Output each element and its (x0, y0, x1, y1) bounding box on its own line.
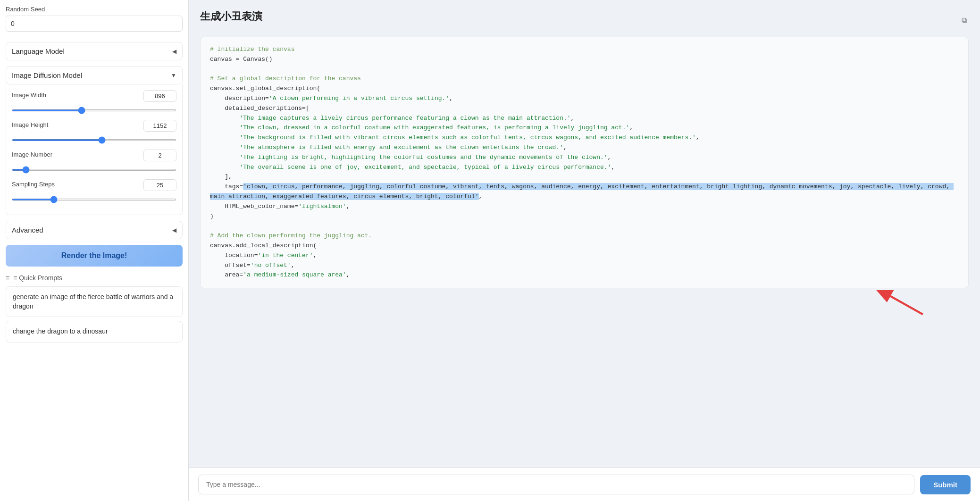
chat-area: 生成小丑表演 ⧉ ⧉ # Initialize the canvas canva… (189, 0, 980, 468)
image-width-wrapper: Image Width (12, 90, 176, 113)
submit-button[interactable]: Submit (920, 475, 971, 494)
code-detailed: detailed_descriptions=[ (210, 105, 310, 112)
code-d4: 'The atmosphere is filled with energy an… (210, 144, 567, 151)
advanced-arrow-icon: ◀ (172, 227, 176, 234)
image-diffusion-label: Image Diffusion Model (12, 71, 82, 79)
image-height-label: Image Height (12, 121, 48, 128)
sampling-steps-label: Sampling Steps (12, 181, 55, 188)
code-tags: tags='clown, circus, performance, juggli… (210, 183, 954, 200)
image-width-label: Image Width (12, 92, 46, 99)
image-width-slider[interactable] (12, 109, 176, 111)
random-seed-section: Random Seed (6, 6, 183, 36)
code-d2: 'The clown, dressed in a colorful costum… (210, 124, 633, 131)
message-input[interactable] (198, 475, 914, 494)
sampling-steps-value[interactable] (143, 179, 176, 191)
quick-prompts-header: ≡ ≡ Quick Prompts (6, 274, 183, 282)
advanced-section: Advanced ◀ (6, 221, 183, 239)
advanced-label: Advanced (12, 226, 43, 234)
image-diffusion-section: Image Diffusion Model ▼ Image Width Imag… (6, 66, 183, 215)
advanced-header[interactable]: Advanced ◀ (6, 221, 183, 239)
code-line-2: canvas.set_global_description( (210, 85, 320, 92)
code-desc: description='A clown performing in a vib… (210, 95, 453, 102)
code-comment-2: # Set a global description for the canva… (210, 75, 361, 82)
image-diffusion-arrow-icon: ▼ (171, 72, 176, 79)
input-area: Submit (189, 468, 980, 501)
sampling-steps-wrapper: Sampling Steps (12, 179, 176, 202)
quick-prompts-icon: ≡ (6, 274, 9, 282)
code-d6: 'The overall scene is one of joy, excite… (210, 164, 615, 171)
language-model-header[interactable]: Language Model ◀ (6, 42, 183, 60)
arrow-annotation (200, 288, 969, 320)
image-number-wrapper: Image Number (12, 150, 176, 173)
svg-line-1 (890, 296, 923, 315)
sidebar: Random Seed Language Model ◀ Image Diffu… (0, 0, 189, 501)
image-height-slider[interactable] (12, 139, 176, 141)
code-comment-1: # Initialize the canvas (210, 46, 294, 53)
code-offset: offset='no offset', (210, 262, 294, 269)
quick-prompt-1[interactable]: generate an image of the fierce battle o… (6, 286, 183, 317)
code-close: ) (210, 213, 214, 220)
language-model-label: Language Model (12, 47, 65, 55)
code-block-1: # Initialize the canvas canvas = Canvas(… (200, 37, 969, 288)
code-d1: 'The image captures a lively circus perf… (210, 115, 574, 122)
code-line-1: canvas = Canvas() (210, 56, 273, 63)
render-button[interactable]: Render the Image! (6, 245, 183, 267)
image-height-value[interactable] (143, 120, 176, 132)
copy-button-1[interactable]: ⧉ (960, 14, 969, 26)
code-d3: 'The background is filled with vibrant c… (210, 134, 700, 141)
image-diffusion-header[interactable]: Image Diffusion Model ▼ (6, 66, 183, 84)
random-seed-input[interactable] (6, 16, 183, 32)
chat-section-1: 生成小丑表演 ⧉ ⧉ # Initialize the canvas canva… (200, 9, 969, 320)
image-number-value[interactable] (143, 150, 176, 161)
random-seed-label: Random Seed (6, 6, 183, 13)
image-number-slider[interactable] (12, 169, 176, 171)
code-location: location='in the center', (210, 252, 317, 259)
code-bracket: ], (210, 173, 232, 180)
code-line-3: canvas.add_local_description( (210, 242, 317, 249)
sampling-steps-slider[interactable] (12, 199, 176, 200)
main-content: 生成小丑表演 ⧉ ⧉ # Initialize the canvas canva… (189, 0, 980, 501)
code-comment-3: # Add the clown performing the juggling … (210, 232, 372, 239)
quick-prompts-label: ≡ Quick Prompts (13, 274, 62, 282)
language-model-arrow-icon: ◀ (172, 48, 176, 55)
image-number-label: Image Number (12, 151, 52, 158)
image-width-value[interactable] (143, 90, 176, 102)
quick-prompt-2[interactable]: change the dragon to a dinosaur (6, 321, 183, 342)
code-color: HTML_web_color_name='lightsalmon', (210, 203, 350, 210)
code-area: area='a medium-sized square area', (210, 271, 350, 278)
code-d5: 'The lighting is bright, highlighting th… (210, 154, 611, 161)
image-height-wrapper: Image Height (12, 120, 176, 143)
section-title-1: 生成小丑表演 (200, 9, 262, 24)
language-model-section: Language Model ◀ (6, 42, 183, 60)
image-diffusion-body: Image Width Image Height Image Number (6, 84, 183, 215)
red-arrow-icon (874, 290, 931, 318)
